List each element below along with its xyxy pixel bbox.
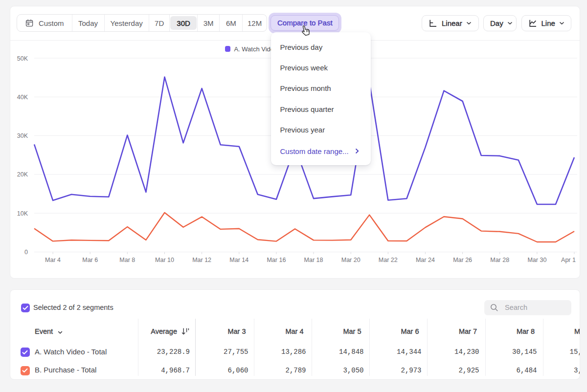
svg-text:Mar 4: Mar 4 <box>45 257 61 263</box>
svg-text:Mar 12: Mar 12 <box>192 257 211 263</box>
svg-text:20K: 20K <box>17 171 28 178</box>
svg-text:Mar 30: Mar 30 <box>527 257 546 263</box>
svg-text:Mar 16: Mar 16 <box>267 257 286 263</box>
svg-text:0: 0 <box>24 249 28 256</box>
svg-text:Mar 8: Mar 8 <box>119 257 135 263</box>
svg-text:Mar 26: Mar 26 <box>453 257 472 263</box>
svg-text:Mar 28: Mar 28 <box>490 257 509 263</box>
svg-text:50K: 50K <box>17 55 28 62</box>
svg-text:Mar 14: Mar 14 <box>229 257 248 263</box>
svg-text:10K: 10K <box>17 210 28 217</box>
svg-text:Mar 6: Mar 6 <box>82 257 98 263</box>
svg-text:30K: 30K <box>17 132 28 139</box>
svg-text:Mar 18: Mar 18 <box>304 257 323 263</box>
svg-text:Mar 20: Mar 20 <box>341 257 361 263</box>
svg-text:Mar 22: Mar 22 <box>379 257 398 263</box>
svg-text:Apr 1: Apr 1 <box>561 257 576 263</box>
svg-text:Mar 24: Mar 24 <box>416 257 435 263</box>
svg-text:40K: 40K <box>17 94 28 101</box>
svg-text:Mar 10: Mar 10 <box>155 257 174 263</box>
